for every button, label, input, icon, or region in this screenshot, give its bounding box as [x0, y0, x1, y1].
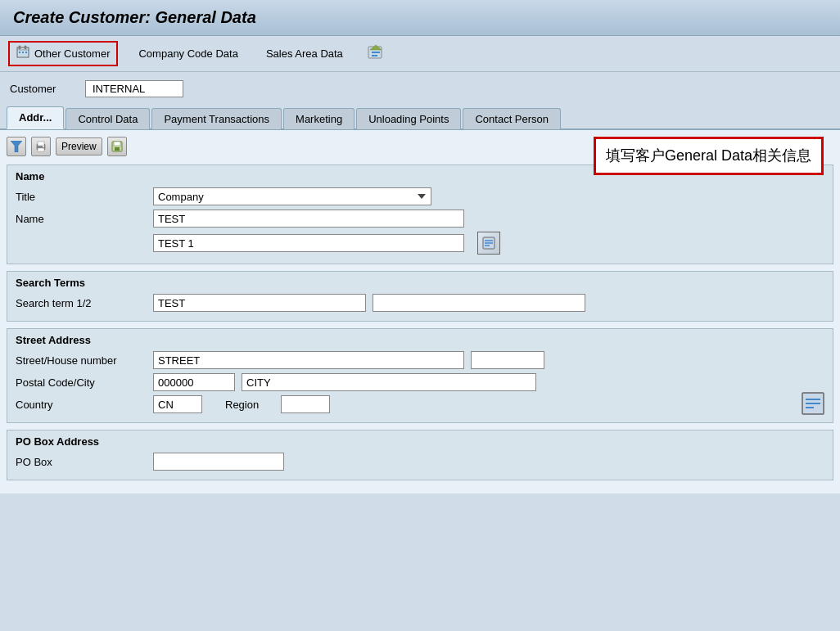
street-address-section: Street Address Street/House number Posta… [7, 328, 833, 423]
tab-control-label: Control Data [78, 113, 138, 125]
po-box-label: PO Box [16, 456, 147, 468]
region-input[interactable] [281, 395, 330, 413]
main-tabs: Addr... Control Data Payment Transaction… [0, 106, 840, 130]
svg-rect-6 [25, 52, 27, 53]
preview-btn[interactable]: Preview [56, 137, 102, 155]
postal-label: Postal Code/City [16, 376, 147, 389]
street-label: Street/House number [16, 354, 147, 367]
country-label: Country [16, 399, 147, 411]
search-terms-title: Search Terms [16, 277, 824, 289]
filter-btn[interactable] [7, 137, 26, 156]
svg-rect-18 [115, 147, 120, 151]
svg-point-15 [43, 146, 44, 147]
svg-rect-14 [38, 148, 44, 151]
svg-rect-5 [22, 52, 24, 53]
name-section: Name Title Company Mr. Ms. Dr. Name [7, 165, 833, 264]
tab-control[interactable]: Control Data [65, 108, 150, 129]
company-code-tab[interactable]: Company Code Data [131, 44, 245, 63]
house-number-input[interactable] [471, 351, 544, 369]
search-term1-input[interactable] [153, 294, 366, 312]
nav-icon [367, 43, 385, 64]
sales-area-tab[interactable]: Sales Area Data [259, 44, 350, 63]
po-box-input[interactable] [153, 453, 284, 471]
name-label: Name [16, 213, 147, 225]
tab-addr-label: Addr... [19, 111, 52, 124]
title-row: Title Company Mr. Ms. Dr. [16, 187, 824, 205]
country-lookup-btn[interactable] [802, 392, 824, 417]
name-lookup-btn[interactable] [477, 232, 500, 255]
print-btn[interactable] [31, 137, 51, 156]
other-customer-icon [16, 45, 31, 62]
name-row: Name [16, 210, 824, 228]
other-customer-label: Other Customer [34, 47, 110, 60]
preview-label: Preview [61, 141, 97, 152]
tab-marketing[interactable]: Marketing [283, 108, 355, 129]
customer-field-value: INTERNAL [85, 80, 183, 97]
svg-rect-17 [114, 142, 120, 146]
annotation-box: 填写客户General Data相关信息 [594, 137, 824, 175]
street-input[interactable] [153, 351, 464, 369]
name-input[interactable] [153, 210, 464, 228]
search-terms-section: Search Terms Search term 1/2 [7, 271, 833, 322]
title-select[interactable]: Company Mr. Ms. Dr. [153, 187, 431, 205]
svg-rect-9 [372, 52, 380, 53]
po-box-section: PO Box Address PO Box [7, 430, 833, 480]
search-term2-input[interactable] [373, 294, 585, 312]
title-label: Title [16, 191, 147, 203]
other-customer-tab[interactable]: Other Customer [8, 41, 118, 66]
tab-addr[interactable]: Addr... [7, 106, 64, 129]
svg-rect-2 [25, 46, 26, 49]
svg-rect-10 [372, 55, 377, 56]
sales-area-label: Sales Area Data [266, 47, 343, 60]
tab-payment-label: Payment Transactions [164, 113, 269, 125]
customer-row: Customer INTERNAL [0, 72, 840, 106]
city-input[interactable] [242, 373, 536, 391]
search-term-row: Search term 1/2 [16, 294, 824, 312]
content-area: 填写客户General Data相关信息 Preview [0, 130, 840, 494]
name2-row [16, 232, 824, 255]
page-title: Create Customer: General Data [13, 8, 827, 27]
region-label: Region [225, 399, 274, 411]
svg-rect-1 [19, 46, 20, 49]
toolbar-nav: Other Customer Company Code Data Sales A… [0, 36, 840, 72]
tab-payment[interactable]: Payment Transactions [151, 108, 282, 129]
search-term-label: Search term 1/2 [16, 297, 147, 309]
svg-rect-4 [19, 52, 20, 53]
tab-unloading[interactable]: Unloading Points [356, 108, 461, 129]
tab-marketing-label: Marketing [296, 113, 342, 125]
postal-code-input[interactable] [153, 373, 235, 391]
customer-field-label: Customer [10, 83, 75, 95]
tab-unloading-label: Unloading Points [368, 113, 449, 125]
tab-contact-label: Contact Person [475, 113, 549, 125]
country-row: Country Region [16, 395, 824, 413]
po-box-title: PO Box Address [16, 435, 824, 448]
annotation-text: 填写客户General Data相关信息 [606, 147, 811, 164]
street-row: Street/House number [16, 351, 824, 369]
tab-contact[interactable]: Contact Person [463, 108, 561, 129]
name2-input[interactable] [153, 234, 464, 252]
svg-marker-11 [11, 141, 22, 152]
po-box-row: PO Box [16, 453, 824, 471]
company-code-label: Company Code Data [138, 47, 237, 60]
street-address-title: Street Address [16, 334, 824, 346]
svg-rect-13 [38, 142, 44, 146]
title-bar: Create Customer: General Data [0, 0, 840, 36]
postal-row: Postal Code/City [16, 373, 824, 391]
save-local-btn[interactable] [107, 137, 127, 156]
country-input[interactable] [153, 395, 202, 413]
